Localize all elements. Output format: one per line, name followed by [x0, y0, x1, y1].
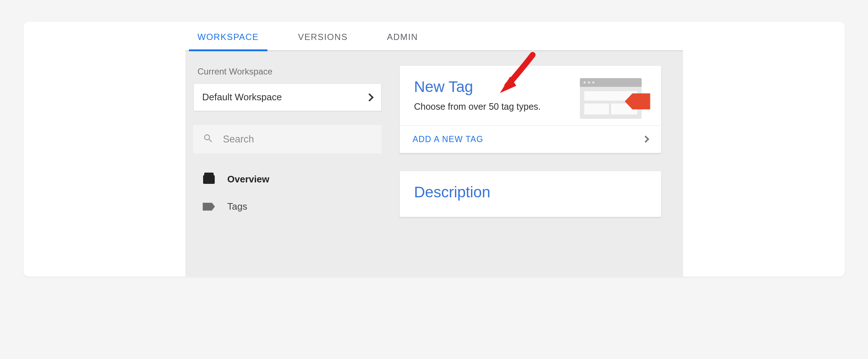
sidebar-item-label: Tags [227, 201, 247, 212]
tag-illustration [580, 78, 649, 122]
search-input[interactable]: Search [193, 125, 381, 153]
chevron-right-icon [365, 93, 374, 101]
tag-icon [203, 202, 215, 212]
sidebar: Current Workspace Default Workspace Sear… [185, 66, 381, 277]
card-header: Description [400, 171, 661, 217]
description-card: Description [400, 171, 661, 217]
search-placeholder: Search [223, 134, 254, 145]
overview-icon [203, 174, 215, 185]
sidebar-nav: Overview Tags [193, 166, 381, 220]
tab-admin[interactable]: ADMIN [378, 22, 427, 50]
top-tabs: WORKSPACE VERSIONS ADMIN [185, 22, 683, 51]
sidebar-item-overview[interactable]: Overview [193, 166, 381, 193]
card-subtitle: Choose from over 50 tag types. [414, 100, 552, 114]
card-action-label: ADD A NEW TAG [413, 134, 484, 144]
sidebar-item-label: Overview [227, 174, 270, 185]
workspace-selector[interactable]: Default Workspace [193, 83, 381, 111]
new-tag-card: New Tag Choose from over 50 tag types. [400, 66, 661, 153]
card-title: Description [414, 183, 647, 201]
app-frame: WORKSPACE VERSIONS ADMIN Current Workspa… [24, 22, 845, 277]
content-frame: WORKSPACE VERSIONS ADMIN Current Workspa… [185, 22, 683, 277]
workspace-name: Default Workspace [202, 92, 282, 103]
sidebar-item-tags[interactable]: Tags [193, 193, 381, 220]
card-header: New Tag Choose from over 50 tag types. [400, 66, 661, 125]
current-workspace-label: Current Workspace [193, 66, 381, 83]
tab-versions[interactable]: VERSIONS [289, 22, 356, 50]
search-icon [203, 133, 214, 145]
tab-workspace[interactable]: WORKSPACE [189, 22, 268, 50]
main-content: New Tag Choose from over 50 tag types. [400, 66, 683, 277]
add-new-tag-button[interactable]: ADD A NEW TAG [400, 125, 661, 153]
body-area: Current Workspace Default Workspace Sear… [185, 51, 683, 277]
chevron-right-icon [642, 136, 649, 143]
